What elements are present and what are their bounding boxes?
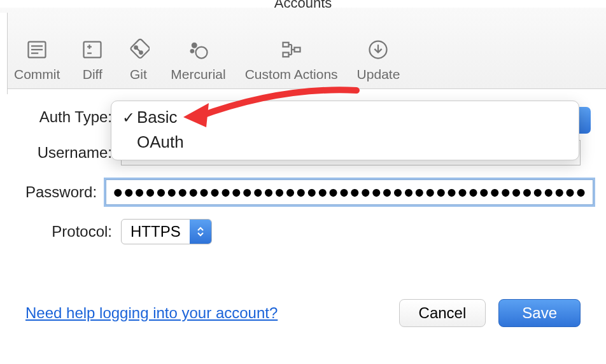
svg-point-14: [190, 50, 194, 53]
mercurial-icon: [185, 36, 212, 63]
save-button[interactable]: Save: [498, 299, 581, 327]
git-icon: [125, 36, 152, 63]
auth-type-select-edge[interactable]: [579, 107, 591, 134]
dropdown-option-label: Basic: [137, 108, 178, 127]
window-title: Accounts: [0, 0, 606, 8]
toolbar-label: Update: [357, 67, 400, 82]
dropdown-option-oauth[interactable]: OAuth: [111, 130, 579, 155]
password-field[interactable]: ●●●●●●●●●●●●●●●●●●●●●●●●●●●●●●●●●●●●●●●●…: [106, 179, 593, 205]
toolbar-tab-commit[interactable]: Commit: [14, 36, 60, 82]
custom-actions-icon: [278, 36, 305, 63]
commit-icon: [24, 36, 50, 63]
auth-type-label: Auth Type:: [25, 108, 121, 126]
toolbar-label: Commit: [14, 67, 60, 82]
protocol-value: HTTPS: [122, 220, 190, 244]
svg-point-12: [195, 47, 207, 59]
preferences-window: Accounts Commit Diff Git: [0, 0, 606, 364]
svg-rect-8: [130, 38, 150, 59]
svg-rect-4: [84, 42, 101, 58]
password-label: Password:: [25, 183, 106, 201]
left-edge-cut: [0, 13, 8, 94]
cancel-button[interactable]: Cancel: [399, 299, 486, 327]
checkmark-icon: ✓: [120, 109, 137, 127]
dropdown-option-basic[interactable]: ✓ Basic: [111, 105, 579, 130]
auth-type-dropdown: ✓ Basic OAuth: [111, 101, 579, 160]
toolbar-label: Custom Actions: [245, 67, 338, 82]
toolbar-label: Diff: [83, 67, 102, 82]
toolbar-tab-git[interactable]: Git: [125, 36, 152, 82]
toolbar-tab-update[interactable]: Update: [357, 36, 400, 82]
svg-rect-16: [283, 53, 288, 57]
toolbar-tab-custom-actions[interactable]: Custom Actions: [245, 36, 338, 82]
toolbar-label: Git: [130, 67, 147, 82]
update-icon: [365, 36, 391, 63]
toolbar: Commit Diff Git Mercurial: [0, 8, 606, 89]
svg-rect-17: [294, 48, 300, 52]
svg-line-11: [136, 48, 141, 53]
toolbar-label: Mercurial: [171, 67, 225, 82]
svg-point-13: [192, 43, 196, 48]
username-label: Username:: [25, 144, 121, 162]
chevrons-icon: [190, 220, 211, 244]
toolbar-tab-diff[interactable]: Diff: [79, 36, 106, 82]
protocol-label: Protocol:: [25, 223, 121, 241]
svg-rect-15: [283, 43, 288, 47]
footer: Need help logging into your account? Can…: [25, 299, 581, 327]
diff-icon: [79, 36, 106, 63]
help-link[interactable]: Need help logging into your account?: [25, 304, 278, 322]
toolbar-tab-mercurial[interactable]: Mercurial: [171, 36, 225, 82]
dropdown-option-label: OAuth: [137, 132, 184, 152]
protocol-select[interactable]: HTTPS: [121, 219, 212, 244]
